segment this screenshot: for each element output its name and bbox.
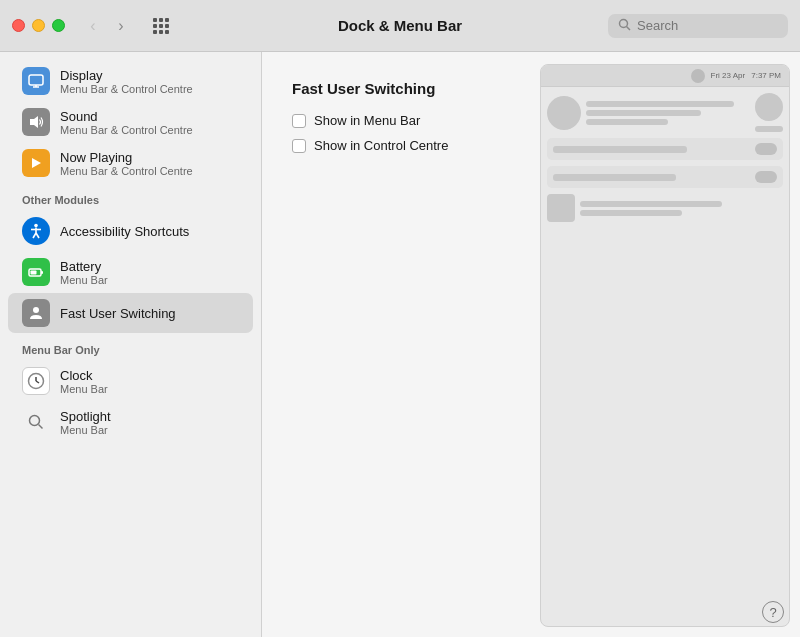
titlebar: ‹ › Dock & Menu Bar xyxy=(0,0,800,52)
app-grid-icon[interactable] xyxy=(147,12,175,40)
sidebar: Display Menu Bar & Control Centre Sound … xyxy=(0,52,262,637)
sidebar-spotlight-label: Spotlight xyxy=(60,409,111,424)
checkbox-controlcentre-row: Show in Control Centre xyxy=(292,138,510,153)
sidebar-battery-text: Battery Menu Bar xyxy=(60,259,108,286)
sidebar-item-sound[interactable]: Sound Menu Bar & Control Centre xyxy=(8,102,253,142)
search-icon xyxy=(618,18,631,34)
svg-line-20 xyxy=(36,233,39,238)
accessibility-icon xyxy=(22,217,50,245)
zoom-button[interactable] xyxy=(52,19,65,32)
minimize-button[interactable] xyxy=(32,19,45,32)
svg-point-28 xyxy=(30,416,40,426)
svg-rect-11 xyxy=(29,75,43,85)
back-button[interactable]: ‹ xyxy=(81,14,105,38)
sidebar-spotlight-sublabel: Menu Bar xyxy=(60,424,111,436)
mockup-line-1c xyxy=(586,119,668,125)
nav-buttons: ‹ › xyxy=(81,14,133,38)
sidebar-item-spotlight[interactable]: Spotlight Menu Bar xyxy=(8,402,253,442)
sidebar-accessibility-text: Accessibility Shortcuts xyxy=(60,224,189,239)
svg-marker-15 xyxy=(32,158,41,168)
mockup-line-1a xyxy=(586,101,734,107)
svg-point-24 xyxy=(33,307,39,313)
svg-rect-0 xyxy=(153,18,157,22)
checkbox-menubar-row: Show in Menu Bar xyxy=(292,113,510,128)
sidebar-item-display[interactable]: Display Menu Bar & Control Centre xyxy=(8,61,253,101)
mockup-line-1b xyxy=(586,110,701,116)
sidebar-clock-text: Clock Menu Bar xyxy=(60,368,108,395)
preview-mockup: Fri 23 Apr 7:37 PM xyxy=(540,64,790,627)
sidebar-display-sublabel: Menu Bar & Control Centre xyxy=(60,83,193,95)
mockup-user-icon xyxy=(691,69,705,83)
fastuser-icon xyxy=(22,299,50,327)
svg-line-29 xyxy=(39,425,43,429)
sidebar-item-battery[interactable]: Battery Menu Bar xyxy=(8,252,253,292)
content-area: Fast User Switching Show in Menu Bar Sho… xyxy=(262,52,800,637)
content-section-title: Fast User Switching xyxy=(292,80,510,97)
sidebar-accessibility-label: Accessibility Shortcuts xyxy=(60,224,189,239)
mockup-small-rect xyxy=(547,194,575,222)
svg-rect-6 xyxy=(153,30,157,34)
sound-icon xyxy=(22,108,50,136)
sidebar-item-nowplaying[interactable]: Now Playing Menu Bar & Control Centre xyxy=(8,143,253,183)
mockup-toggle-2 xyxy=(755,171,777,183)
svg-rect-23 xyxy=(31,271,37,275)
sidebar-item-fastuser[interactable]: Fast User Switching xyxy=(8,293,253,333)
mockup-line-2a xyxy=(580,201,722,207)
display-icon xyxy=(22,67,50,95)
content-panel: Fast User Switching Show in Menu Bar Sho… xyxy=(262,52,540,637)
mockup-date: Fri 23 Apr xyxy=(711,71,746,80)
sidebar-battery-sublabel: Menu Bar xyxy=(60,274,108,286)
mockup-lines-2 xyxy=(580,201,783,216)
main-layout: Display Menu Bar & Control Centre Sound … xyxy=(0,52,800,637)
checkbox-controlcentre-label: Show in Control Centre xyxy=(314,138,448,153)
nowplaying-icon xyxy=(22,149,50,177)
window-title: Dock & Menu Bar xyxy=(338,17,462,34)
search-box[interactable] xyxy=(608,14,788,38)
mockup-section-row-1 xyxy=(553,143,777,155)
svg-line-10 xyxy=(627,26,631,30)
sidebar-clock-label: Clock xyxy=(60,368,108,383)
sidebar-display-text: Display Menu Bar & Control Centre xyxy=(60,68,193,95)
mockup-topbar: Fri 23 Apr 7:37 PM xyxy=(541,65,789,87)
mockup-section-1 xyxy=(547,138,783,160)
sidebar-item-clock[interactable]: Clock Menu Bar xyxy=(8,361,253,401)
sidebar-clock-sublabel: Menu Bar xyxy=(60,383,108,395)
close-button[interactable] xyxy=(12,19,25,32)
mockup-section-row-2 xyxy=(553,171,777,183)
mockup-avatar-1 xyxy=(547,96,581,130)
mockup-avatar-2 xyxy=(755,93,783,121)
help-button[interactable]: ? xyxy=(762,601,784,623)
forward-button[interactable]: › xyxy=(109,14,133,38)
sidebar-spotlight-text: Spotlight Menu Bar xyxy=(60,409,111,436)
checkbox-menubar-label: Show in Menu Bar xyxy=(314,113,420,128)
mockup-toggle-1 xyxy=(755,143,777,155)
sidebar-sound-text: Sound Menu Bar & Control Centre xyxy=(60,109,193,136)
svg-rect-8 xyxy=(165,30,169,34)
mockup-body xyxy=(541,87,789,228)
svg-point-16 xyxy=(34,224,38,228)
clock-icon xyxy=(22,367,50,395)
sidebar-fastuser-text: Fast User Switching xyxy=(60,306,176,321)
mockup-row-1 xyxy=(547,93,783,132)
svg-rect-2 xyxy=(165,18,169,22)
traffic-lights xyxy=(12,19,65,32)
sidebar-item-accessibility[interactable]: Accessibility Shortcuts xyxy=(8,211,253,251)
spotlight-icon xyxy=(22,408,50,436)
mockup-line-s2 xyxy=(553,174,676,181)
svg-point-9 xyxy=(620,19,628,27)
mockup-line-s1 xyxy=(553,146,687,153)
sidebar-nowplaying-text: Now Playing Menu Bar & Control Centre xyxy=(60,150,193,177)
svg-rect-3 xyxy=(153,24,157,28)
sidebar-nowplaying-sublabel: Menu Bar & Control Centre xyxy=(60,165,193,177)
mockup-row-2 xyxy=(547,194,783,222)
checkbox-controlcentre[interactable] xyxy=(292,139,306,153)
search-input[interactable] xyxy=(637,18,778,33)
preview-panel: Fri 23 Apr 7:37 PM xyxy=(540,52,800,637)
checkbox-menubar[interactable] xyxy=(292,114,306,128)
mockup-lines-1 xyxy=(586,101,750,125)
svg-rect-5 xyxy=(165,24,169,28)
svg-rect-4 xyxy=(159,24,163,28)
sidebar-section-menubar-only: Menu Bar Only xyxy=(0,334,261,360)
mockup-section-2 xyxy=(547,166,783,188)
mockup-line-2b xyxy=(580,210,682,216)
